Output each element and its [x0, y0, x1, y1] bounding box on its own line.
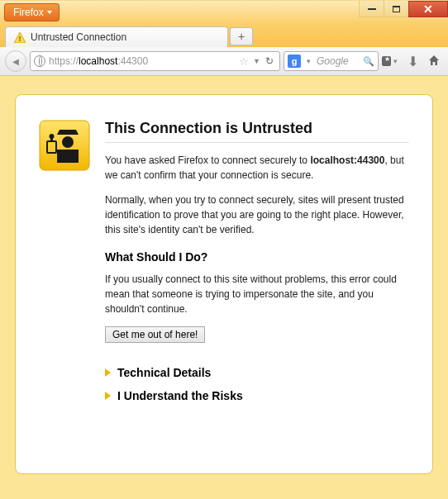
- tab-title: Untrusted Connection: [31, 31, 126, 43]
- tab-bar: ! Untrusted Connection +: [0, 24, 448, 47]
- error-card: This Connection is Untrusted You have as…: [15, 94, 433, 474]
- home-icon: [427, 54, 441, 69]
- svg-point-3: [62, 136, 74, 148]
- close-button[interactable]: ✕: [408, 1, 448, 17]
- minimize-button[interactable]: [359, 1, 384, 17]
- bookmarks-button[interactable]: ▾: [382, 52, 400, 70]
- window-controls: ✕: [359, 1, 448, 17]
- bookmark-star-icon[interactable]: ☆: [239, 55, 249, 68]
- understand-risks-expander[interactable]: I Understand the Risks: [105, 389, 409, 402]
- triangle-right-icon: [105, 392, 111, 400]
- app-name: Firefox: [13, 7, 44, 18]
- bookmarks-icon: [382, 56, 391, 66]
- page-title: This Connection is Untrusted: [105, 120, 409, 143]
- minimize-icon: [368, 8, 376, 10]
- what-should-i-do-heading: What Should I Do?: [105, 250, 409, 264]
- new-tab-button[interactable]: +: [230, 27, 253, 45]
- maximize-icon: [393, 6, 400, 12]
- warning-icon: !: [14, 32, 26, 43]
- technical-details-label: Technical Details: [117, 366, 211, 379]
- chevron-down-icon: ▾: [393, 57, 398, 65]
- error-body: This Connection is Untrusted You have as…: [105, 120, 409, 440]
- explain-paragraph: Normally, when you try to connect secure…: [105, 192, 409, 237]
- get-out-button[interactable]: Get me out of here!: [105, 326, 205, 343]
- url-text: https://localhost:44300: [49, 55, 237, 67]
- understand-risks-label: I Understand the Risks: [117, 389, 243, 402]
- reload-button[interactable]: ↻: [265, 55, 274, 67]
- download-icon: ⬇: [407, 54, 418, 69]
- maximize-button[interactable]: [384, 1, 408, 17]
- chevron-down-icon: [47, 11, 52, 14]
- tab-untrusted[interactable]: ! Untrusted Connection: [5, 26, 228, 47]
- google-icon: g: [288, 55, 301, 68]
- search-placeholder: Google: [317, 55, 360, 67]
- home-button[interactable]: [425, 52, 443, 70]
- globe-icon: [34, 55, 45, 67]
- intro-paragraph: You have asked Firefox to connect secure…: [105, 153, 409, 183]
- page-content: This Connection is Untrusted You have as…: [0, 76, 448, 499]
- window-titlebar: Firefox ✕: [0, 0, 448, 24]
- firefox-menu-button[interactable]: Firefox: [4, 3, 60, 21]
- close-icon: ✕: [423, 2, 433, 16]
- engine-dropdown-icon[interactable]: ▾: [307, 57, 311, 65]
- technical-details-expander[interactable]: Technical Details: [105, 366, 409, 379]
- back-button[interactable]: ◄: [5, 50, 26, 72]
- officer-badge-icon: [39, 120, 90, 171]
- url-bar[interactable]: https://localhost:44300 ☆ ▼ ↻: [30, 51, 280, 71]
- search-bar[interactable]: g ▾ Google 🔍: [284, 51, 379, 71]
- svg-text:!: !: [19, 35, 21, 43]
- triangle-right-icon: [105, 368, 111, 377]
- nav-toolbar: ◄ https://localhost:44300 ☆ ▼ ↻ g ▾ Goog…: [0, 47, 448, 76]
- history-dropdown-icon[interactable]: ▼: [253, 57, 260, 65]
- plus-icon: +: [238, 30, 245, 43]
- arrow-left-icon: ◄: [11, 55, 21, 68]
- search-icon[interactable]: 🔍: [363, 56, 374, 67]
- advice-paragraph: If you usually connect to this site with…: [105, 272, 409, 316]
- downloads-button[interactable]: ⬇: [403, 52, 422, 70]
- svg-point-6: [50, 134, 55, 139]
